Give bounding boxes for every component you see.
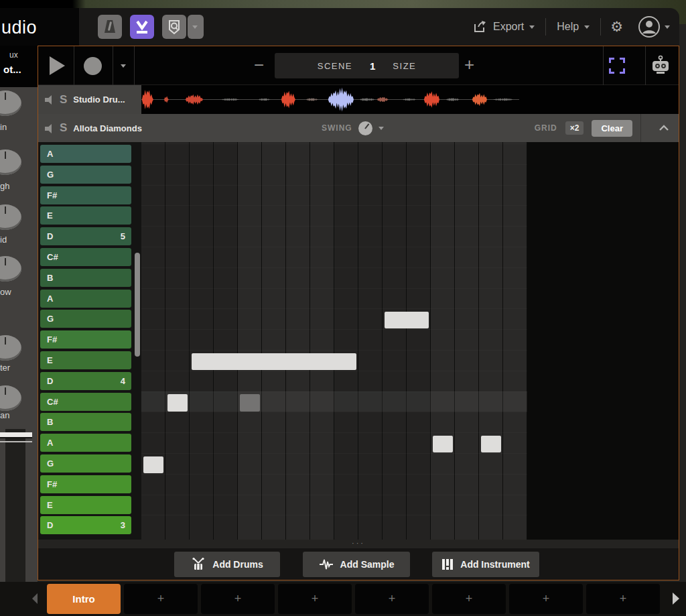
piano-key-a[interactable]: A: [40, 290, 131, 308]
add-scene-tab[interactable]: +: [586, 584, 660, 614]
selected-track-box[interactable]: ux ot...: [0, 46, 38, 87]
export-button[interactable]: Export: [462, 20, 545, 34]
octave-number: 5: [121, 231, 125, 241]
add-drums-button[interactable]: Add Drums: [174, 552, 280, 577]
channel-knob-an[interactable]: [0, 385, 21, 411]
midi-note[interactable]: [143, 456, 163, 474]
add-scene-tab[interactable]: +: [355, 584, 429, 614]
channel-knob-ter[interactable]: [0, 335, 21, 361]
app-logo[interactable]: udio: [0, 8, 79, 46]
scene-tab-label: Intro: [72, 593, 94, 605]
swing-knob[interactable]: [358, 121, 372, 135]
channel-strip-sidebar: ux ot... inghidowteran: [0, 46, 38, 582]
add-scene-tab[interactable]: +: [509, 584, 583, 614]
collapse-editor-button[interactable]: [649, 114, 679, 142]
add-scene-tab[interactable]: +: [432, 584, 506, 614]
piano-key-d5[interactable]: D5: [40, 227, 131, 245]
caret-down-icon: [121, 64, 126, 68]
piano-key-g[interactable]: G: [40, 310, 131, 328]
waveform-burst: [472, 93, 487, 106]
midi-note[interactable]: [385, 312, 429, 329]
add-scene-tab[interactable]: +: [124, 584, 198, 614]
help-button[interactable]: Help: [546, 21, 600, 33]
record-button[interactable]: [74, 46, 113, 85]
clear-button[interactable]: Clear: [592, 120, 632, 137]
metronome-button[interactable]: [98, 15, 122, 39]
mute-speaker-icon[interactable]: [45, 95, 54, 104]
piano-key-fs[interactable]: F#: [40, 186, 131, 204]
import-button[interactable]: [130, 15, 154, 39]
note-grid[interactable]: [141, 142, 527, 540]
channel-knob-id[interactable]: [0, 204, 21, 230]
piano-key-fs[interactable]: F#: [40, 330, 131, 349]
channel-knob-ow[interactable]: [0, 256, 21, 282]
channel-knob-in[interactable]: [0, 90, 21, 116]
tabs-scroll-left-icon[interactable]: [32, 593, 38, 604]
caret-down-icon[interactable]: [379, 127, 384, 130]
grid-out-of-range-area: [527, 142, 679, 540]
piano-key-a[interactable]: A: [40, 434, 131, 452]
plus-icon: +: [157, 592, 165, 606]
piano-key-g[interactable]: G: [40, 454, 131, 473]
track-header-allota-diamonds[interactable]: S Allota Diamonds: [38, 121, 142, 135]
add-sample-label: Add Sample: [340, 559, 395, 570]
add-instrument-button[interactable]: Add Instrument: [432, 552, 539, 577]
piano-key-a[interactable]: A: [40, 145, 131, 163]
plus-icon: +: [466, 592, 473, 606]
caret-down-icon: [529, 25, 535, 29]
fullscreen-button[interactable]: [609, 58, 625, 74]
audio-waveform-clip[interactable]: [141, 85, 519, 114]
tabs-scroll-right-icon[interactable]: [673, 593, 679, 605]
add-scene-tab[interactable]: +: [201, 584, 275, 614]
scene-size-increase-button[interactable]: +: [464, 56, 474, 73]
note-row: [141, 164, 527, 185]
grid-multiplier-button[interactable]: ×2: [565, 121, 584, 135]
piano-key-b[interactable]: B: [40, 413, 131, 431]
channel-knob-gh[interactable]: [0, 149, 21, 175]
waveform-burst: [281, 90, 295, 108]
scene-tab-bar: Intro+++++++: [0, 582, 686, 616]
piano-key-e[interactable]: E: [40, 496, 131, 514]
toolbar-more-button[interactable]: [188, 15, 204, 39]
scene-size-decrease-button[interactable]: −: [254, 56, 264, 74]
mute-speaker-icon[interactable]: [45, 124, 54, 133]
record-options-button[interactable]: [113, 46, 134, 85]
add-scene-tab[interactable]: +: [278, 584, 352, 614]
note-row: [141, 474, 527, 495]
midi-note[interactable]: [433, 436, 453, 453]
piano-key-g[interactable]: G: [40, 166, 131, 184]
note-row: [141, 226, 527, 247]
scene-tab-intro[interactable]: Intro: [47, 584, 121, 614]
scene-size-display[interactable]: SCENE 1 SIZE: [275, 53, 459, 78]
midi-note[interactable]: [192, 353, 356, 371]
add-sample-button[interactable]: Add Sample: [303, 552, 410, 577]
piano-roll-scrollbar[interactable]: [135, 253, 140, 357]
piano-key-e[interactable]: E: [40, 351, 131, 369]
solo-button[interactable]: S: [60, 121, 67, 135]
piano-key-b[interactable]: B: [40, 269, 131, 287]
midi-note[interactable]: [481, 436, 501, 453]
account-button[interactable]: [632, 15, 670, 38]
track-row-allota-diamonds: S Allota Diamonds SWING GRID ×2 Clear: [38, 114, 679, 142]
waveform-burst: [493, 99, 513, 101]
caret-down-icon: [584, 25, 590, 29]
piano-key-d4[interactable]: D4: [40, 372, 131, 390]
piano-key-fs[interactable]: F#: [40, 475, 131, 493]
piano-key-e[interactable]: E: [40, 206, 131, 225]
piano-key-cs[interactable]: C#: [40, 393, 131, 411]
play-button[interactable]: [38, 46, 74, 85]
settings-button[interactable]: ⚙: [601, 19, 632, 35]
volume-fader-handle[interactable]: [0, 432, 32, 438]
solo-button[interactable]: S: [60, 93, 67, 107]
quantize-button[interactable]: [162, 15, 186, 39]
midi-note[interactable]: [240, 394, 260, 412]
midi-note[interactable]: [167, 394, 188, 412]
assistant-robot-button[interactable]: [649, 55, 672, 79]
editor-resize-handle[interactable]: ···: [38, 540, 679, 548]
piano-key-d3[interactable]: D3: [40, 516, 131, 534]
note-row: [141, 495, 527, 515]
piano-key-cs[interactable]: C#: [40, 248, 131, 266]
track-header-studio-drums[interactable]: S Studio Dru...: [38, 85, 141, 114]
note-row: [141, 432, 527, 453]
volume-fader[interactable]: [5, 429, 25, 582]
